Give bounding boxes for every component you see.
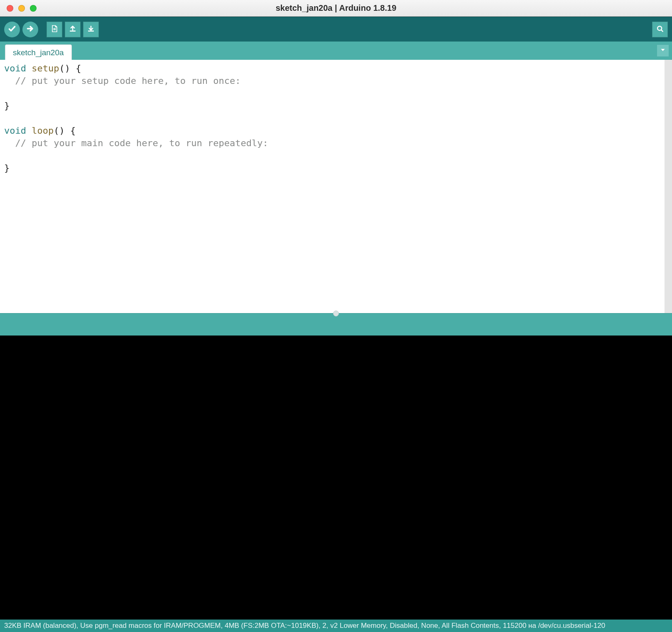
file-icon [50, 24, 59, 34]
status-strip [0, 313, 672, 336]
code-line: } [4, 100, 660, 112]
function-token: loop [32, 125, 54, 136]
upload-up-icon [69, 24, 77, 34]
minimize-window-button[interactable] [18, 5, 25, 12]
tab-label: sketch_jan20a [13, 48, 64, 57]
comment-token: // put your main code here, to run repea… [4, 138, 268, 148]
keyword-token: void [4, 63, 32, 73]
open-sketch-button[interactable] [65, 22, 81, 37]
tab-menu-button[interactable] [657, 45, 669, 56]
check-icon [8, 24, 16, 34]
code-line: // put your main code here, to run repea… [4, 137, 660, 149]
arrow-right-icon [26, 24, 34, 34]
plain-token: () { [54, 125, 76, 136]
plain-token [4, 113, 10, 123]
output-console[interactable] [0, 336, 672, 620]
sketch-tab[interactable]: sketch_jan20a [5, 44, 72, 60]
keyword-token: void [4, 125, 32, 136]
zoom-window-button[interactable] [30, 5, 37, 12]
board-status-text: 32KB IRAM (balanced), Use pgm_read macro… [4, 622, 605, 630]
tab-bar: sketch_jan20a [0, 42, 672, 60]
plain-token: } [4, 100, 10, 111]
code-line [4, 87, 660, 100]
upload-button[interactable] [22, 22, 38, 37]
code-line [4, 112, 660, 125]
code-line: void setup() { [4, 62, 660, 75]
new-sketch-button[interactable] [47, 22, 62, 37]
code-line: // put your setup code here, to run once… [4, 75, 660, 87]
code-editor[interactable]: void setup() { // put your setup code he… [0, 60, 665, 313]
code-line: void loop() { [4, 125, 660, 137]
serial-monitor-button[interactable] [652, 22, 668, 37]
plain-token: } [4, 163, 10, 173]
window-controls [0, 5, 37, 12]
function-token: setup [32, 63, 59, 73]
plain-token: () { [59, 63, 81, 73]
svg-marker-9 [661, 49, 665, 51]
verify-button[interactable] [4, 22, 20, 37]
download-icon [87, 24, 95, 34]
search-icon [656, 24, 664, 34]
svg-line-8 [661, 29, 663, 31]
splitter-handle[interactable] [333, 311, 339, 316]
status-bar: 32KB IRAM (balanced), Use pgm_read macro… [0, 620, 672, 632]
code-editor-area: void setup() { // put your setup code he… [0, 60, 672, 313]
main-toolbar [0, 17, 672, 42]
save-sketch-button[interactable] [83, 22, 99, 37]
code-line: } [4, 162, 660, 174]
plain-token [4, 150, 10, 161]
comment-token: // put your setup code here, to run once… [4, 76, 241, 86]
chevron-down-icon [660, 47, 666, 54]
code-line [4, 149, 660, 162]
window-title: sketch_jan20a | Arduino 1.8.19 [0, 3, 672, 13]
close-window-button[interactable] [7, 5, 13, 12]
plain-token [4, 88, 10, 98]
window-titlebar: sketch_jan20a | Arduino 1.8.19 [0, 0, 672, 17]
